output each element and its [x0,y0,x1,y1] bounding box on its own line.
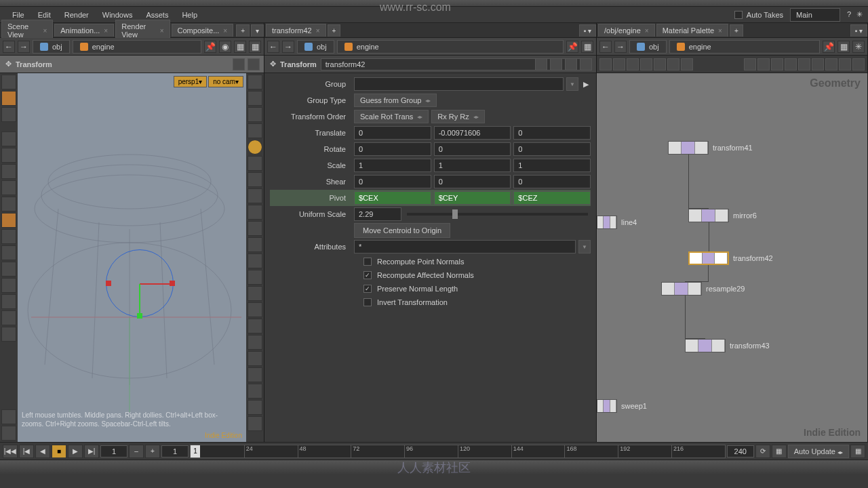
settings-icon[interactable]: ✳ [856,10,863,19]
slider-uniform-scale[interactable] [407,213,588,216]
node-line4[interactable]: line4 [597,216,637,229]
tool-icon[interactable]: ▦ [837,41,850,53]
path-engine[interactable]: engine [73,40,201,54]
field-scale-y[interactable]: 1 [434,159,511,172]
node-transform41[interactable]: transform41 [668,141,753,155]
tool-icon[interactable] [550,58,562,70]
node-mirror6[interactable]: mirror6 [688,209,757,222]
snap-tool[interactable] [1,245,16,260]
dropdown-transform-order[interactable]: Scale Rot Trans◂▸ [354,110,429,123]
attributes-menu-button[interactable]: ▼ [578,240,591,253]
field-scale-z[interactable]: 1 [513,159,591,172]
pin-icon[interactable]: 📌 [566,41,578,53]
realtime-button[interactable]: ⟳ [755,445,770,458]
tool[interactable] [1,229,16,244]
tab-menu-button[interactable]: ▾ [251,24,264,37]
nav-forward-button[interactable]: → [614,41,627,53]
playhead[interactable]: 1 [191,445,200,458]
node-transform43[interactable]: transform43 [685,339,770,352]
nav-back-button[interactable]: ← [267,41,279,53]
network-view[interactable]: Geometry Indie Edition transform41mirror… [597,73,867,442]
tool[interactable] [1,148,16,163]
light-tool[interactable] [248,156,262,171]
info-icon[interactable] [565,58,577,70]
menu-help[interactable]: Help [175,8,204,22]
field-pivot-x[interactable]: $CEX [354,191,431,205]
field-uniform-scale[interactable]: 2.29 [354,207,401,221]
tab-network-path[interactable]: /obj/engine× [598,24,655,37]
arrow-tool[interactable] [1,131,16,146]
field-translate-x[interactable]: 0 [354,126,431,140]
view-icon[interactable] [771,58,783,70]
display-tool[interactable] [248,416,262,431]
close-icon[interactable]: × [316,27,320,35]
layout-icon[interactable] [599,58,612,70]
tool[interactable] [1,164,16,179]
help-icon[interactable] [248,58,260,70]
pin-icon[interactable]: 📌 [204,41,216,53]
range-start-field[interactable]: 1 [161,445,189,458]
field-rotate-y[interactable]: 0 [434,142,511,156]
close-icon[interactable]: × [160,27,164,35]
node-sweep1[interactable]: sweep1 [597,399,647,413]
view-icon[interactable] [785,58,797,70]
nav-forward-button[interactable]: → [18,41,30,53]
auto-takes-toggle[interactable]: Auto Takes [734,11,783,19]
tool[interactable] [1,180,16,195]
display-tool[interactable] [248,302,262,317]
transform-gizmo[interactable] [99,243,180,324]
node-resample29[interactable]: resample29 [661,282,745,296]
view-icon[interactable] [812,58,824,70]
field-shear-y[interactable]: 0 [434,175,511,188]
path-obj[interactable]: obj [297,40,334,54]
last-frame-button[interactable]: ▶| [84,445,99,458]
display-tool[interactable] [248,270,262,285]
auto-update-dropdown[interactable]: Auto Update ◂▸ [788,445,849,458]
layout-icon[interactable] [667,58,679,70]
tool-icon[interactable]: ▦ [234,41,246,53]
play-back-button[interactable]: ◀ [35,445,50,458]
field-scale-x[interactable]: 1 [354,159,431,172]
display-tool[interactable] [248,384,262,399]
tool-button[interactable]: ▦ [850,445,865,458]
help-icon[interactable] [580,58,592,70]
prev-key-button[interactable]: |◀ [19,445,34,458]
lock-icon[interactable] [248,107,262,122]
options-icon[interactable] [233,58,245,70]
tab-material-palette[interactable]: Material Palette× [656,24,728,37]
snap-tool[interactable] [1,294,16,309]
dropdown-rotation-order[interactable]: Rx Ry Rz◂▸ [431,110,484,123]
field-attributes[interactable]: * [354,240,576,253]
tab-menu-button[interactable]: ▪ ▾ [850,24,867,37]
field-rotate-z[interactable]: 0 [513,142,591,156]
range-lock-button[interactable]: + [145,445,160,458]
view-icon[interactable] [798,58,810,70]
stop-button[interactable]: ■ [52,445,66,458]
snap-tool[interactable] [1,262,16,277]
tab-transform42[interactable]: transform42× [266,24,326,37]
layout-icon[interactable] [627,58,639,70]
tab-menu-button[interactable]: ▪ ▾ [579,24,596,37]
tab-animation[interactable]: Animation...× [54,24,114,37]
nav-back-button[interactable]: ← [599,41,612,53]
display-tool[interactable] [248,319,262,333]
add-tab-button[interactable]: + [236,24,250,37]
tool[interactable] [1,107,16,122]
field-shear-z[interactable]: 0 [513,175,591,188]
add-tab-button[interactable]: + [730,24,743,37]
transform-tool[interactable] [1,91,16,106]
path-engine[interactable]: engine [669,40,820,54]
display-tool[interactable] [248,91,262,106]
path-engine[interactable]: engine [337,40,564,54]
display-tool[interactable] [248,253,262,268]
close-icon[interactable]: × [43,27,47,35]
end-frame-field[interactable]: 240 [727,445,754,458]
view-icon[interactable] [757,58,770,70]
first-frame-button[interactable]: |◀◀ [3,445,18,458]
display-tool[interactable] [248,221,262,236]
tool[interactable] [1,123,16,130]
start-frame-field[interactable]: 1 [100,445,127,458]
display-tool[interactable] [248,205,262,220]
tool[interactable] [1,426,16,441]
group-menu-button[interactable]: ▼ [566,77,578,91]
